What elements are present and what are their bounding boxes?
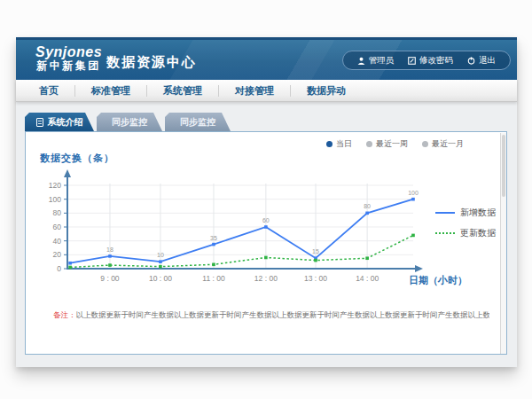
tab-sync-monitor-1[interactable]: 同步监控 [97,113,162,131]
data-point [108,263,112,267]
x-axis-title: 日期（小时） [409,274,467,287]
data-point [108,254,112,258]
data-point [159,260,162,263]
logout-icon [467,57,475,65]
data-point [411,234,415,238]
y-tick-label: 0 [57,264,61,273]
logout-button[interactable]: 退出 [460,55,503,66]
legend-item-new-data: 新增数据 [435,207,496,219]
chart-legend: 新增数据 更新数据 [435,207,496,247]
x-tick-label: 14 : 00 [356,274,379,283]
x-tick-label: 13 : 00 [304,274,327,283]
company-logo: Synjones 新中新集团 [35,44,102,73]
x-axis-arrow-icon [415,265,423,272]
y-tick-label: 80 [53,208,62,217]
tab-system-intro-label: 系统介绍 [48,116,83,129]
data-point-label: 80 [364,203,371,209]
y-tick-label: 20 [53,250,62,259]
user-menu-admin[interactable]: 管理员 [350,55,402,66]
data-point-label: 15 [312,248,319,254]
x-tick-label: 10 : 00 [149,274,172,283]
legend-item-updated-data: 更新数据 [435,227,496,239]
data-point [212,243,215,246]
nav-item-standard-mgmt[interactable]: 标准管理 [74,85,146,97]
solid-line-swatch-icon [435,212,455,214]
y-tick-label: 120 [49,181,61,190]
data-point [159,265,162,269]
dotted-line-swatch-icon [435,232,455,234]
app-window: Synjones 新中新集团 数据资源中心 管理员 修改密码 [16,37,517,367]
logout-label: 退出 [479,55,496,66]
user-icon [357,57,365,65]
change-password-label: 修改密码 [419,55,453,66]
data-point-label: 100 [408,190,419,196]
footnote: 备注：以上数据更新于时间产生数据以上数据更新于时间产生数据以上数据更新于时间产生… [53,310,489,321]
y-tick-label: 60 [53,223,62,231]
tab-sync-monitor-1-label: 同步监控 [112,116,147,129]
x-tick-label: 12 : 00 [254,274,278,283]
data-point-label: 35 [210,235,217,241]
data-point [411,198,415,201]
data-point [212,263,215,267]
footnote-text: 以上数据更新于时间产生数据以上数据更新于时间产生数据以上数据更新于时间产生数据以… [76,310,490,319]
y-axis-arrow-icon [64,169,71,177]
user-menu: 管理员 修改密码 退出 [342,51,512,70]
legend-new-data-label: 新增数据 [460,207,496,219]
app-header: Synjones 新中新集团 数据资源中心 管理员 修改密码 [16,37,517,80]
y-tick-label: 40 [53,237,62,246]
data-point [365,212,369,215]
tab-sync-monitor-2-label: 同步监控 [180,116,215,129]
data-point-label: 18 [106,246,113,253]
series-line-new-data [70,200,413,263]
panel-scrollbar[interactable] [500,133,506,354]
tab-bar: 系统介绍 同步监控 同步监控 [25,113,231,131]
data-point [264,256,268,260]
page-title: 数据资源中心 [106,54,197,71]
logo-text-cn: 新中新集团 [35,60,102,73]
legend-updated-data-label: 更新数据 [460,227,496,239]
y-tick-label: 100 [49,195,61,204]
nav-item-interface-mgmt[interactable]: 对接管理 [218,85,290,97]
panel-scrollbar-thumb[interactable] [502,135,505,197]
logo-text-en: Synjones [35,44,102,60]
data-point [314,259,317,262]
change-password-button[interactable]: 修改密码 [401,55,460,66]
tab-sync-monitor-2[interactable]: 同步监控 [165,113,231,131]
data-point [365,256,369,260]
x-tick-label: 9 : 00 [100,274,120,283]
nav-item-home[interactable]: 首页 [23,85,74,97]
data-point-label: 60 [262,217,270,223]
data-point-label: 10 [157,252,164,258]
footnote-prefix: 备注： [53,310,76,319]
data-point [68,266,72,270]
series-line-updated-data [70,235,413,267]
data-point [264,225,268,229]
user-menu-admin-label: 管理员 [369,55,395,66]
nav-item-data-change[interactable]: 数据异动 [290,85,362,97]
chart-panel: 当日 最近一周 最近一月 数据交换（条） 0204060801001209 : … [25,131,507,355]
x-tick-label: 11 : 00 [202,274,225,283]
data-point [68,262,72,265]
tab-system-intro[interactable]: 系统介绍 [25,113,94,131]
edit-icon [408,57,416,65]
document-icon [36,118,43,127]
nav-item-system-mgmt[interactable]: 系统管理 [146,85,218,97]
main-nav: 首页 标准管理 系统管理 对接管理 数据异动 [16,80,517,102]
